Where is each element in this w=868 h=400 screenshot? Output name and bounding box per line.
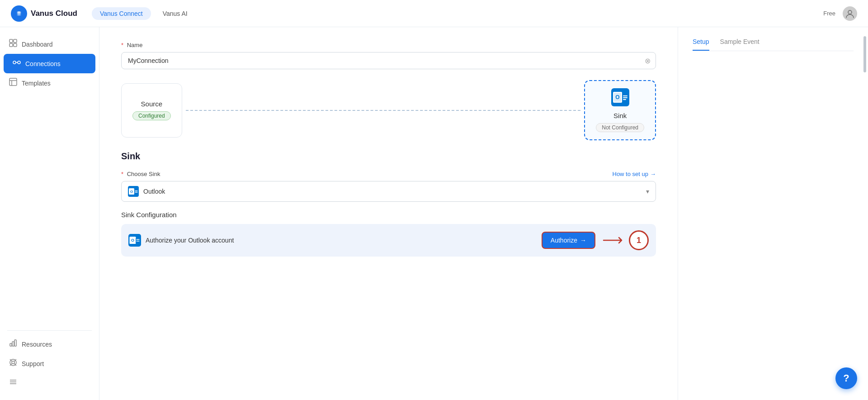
arrow-annotation: 1 <box>603 230 649 250</box>
authorize-btn-wrapper: Authorize → 1 <box>542 230 649 250</box>
svg-rect-13 <box>12 342 14 346</box>
sink-section: Sink * Choose Sink How to set up → <box>121 151 656 257</box>
svg-text:O: O <box>130 190 133 194</box>
sidebar-item-templates[interactable]: Templates <box>0 73 99 93</box>
logo-area: Vanus Cloud <box>11 5 77 22</box>
sink-config-section: Sink Configuration O Authorize <box>121 211 656 257</box>
svg-rect-5 <box>14 43 17 47</box>
tab-sample-event[interactable]: Sample Event <box>720 38 760 51</box>
how-to-link[interactable]: How to set up → <box>613 171 656 177</box>
dropdown-chevron-icon: ▾ <box>646 188 649 195</box>
scrollbar-thumb[interactable] <box>863 36 866 72</box>
sidebar-item-resources[interactable]: Resources <box>0 334 99 354</box>
flow-connector <box>186 110 581 111</box>
support-icon <box>9 358 17 369</box>
brand-name: Vanus Cloud <box>31 9 77 18</box>
source-status-badge: Configured <box>132 111 171 120</box>
sidebar-item-dashboard-label: Dashboard <box>22 41 53 48</box>
svg-point-16 <box>12 361 14 364</box>
clear-input-icon[interactable]: ⊗ <box>645 57 651 65</box>
nav-right: Free <box>823 6 857 21</box>
scrollbar-track <box>863 27 866 400</box>
sidebar: Dashboard Connections Templates <box>0 27 99 400</box>
source-title: Source <box>141 100 163 108</box>
svg-text:O: O <box>131 238 134 243</box>
main-panel: * Name ⊗ Source Configured <box>99 27 678 400</box>
right-panel: Setup Sample Event <box>678 27 868 400</box>
svg-rect-36 <box>135 190 138 191</box>
sidebar-item-resources-label: Resources <box>22 341 52 348</box>
svg-rect-3 <box>14 39 17 43</box>
outlook-icon-large: O <box>611 88 629 108</box>
sink-select-inner: O Outlook <box>128 186 165 197</box>
required-marker: * <box>121 42 123 48</box>
sink-section-title: Sink <box>121 151 656 162</box>
svg-rect-12 <box>10 343 12 346</box>
sink-status-badge: Not Configured <box>596 123 644 132</box>
svg-point-6 <box>13 61 16 64</box>
templates-icon <box>9 78 17 88</box>
svg-rect-2 <box>9 39 13 43</box>
svg-rect-14 <box>14 340 16 346</box>
sidebar-item-support-label: Support <box>22 360 44 367</box>
outlook-icon-small: O <box>128 186 139 197</box>
content-area: * Name ⊗ Source Configured <box>99 27 868 400</box>
choose-sink-required: * <box>121 171 123 177</box>
svg-rect-37 <box>135 192 138 193</box>
authorize-button[interactable]: Authorize → <box>542 232 595 249</box>
resources-icon <box>9 339 17 349</box>
name-field-label: * Name <box>121 42 656 48</box>
source-box[interactable]: Source Configured <box>121 83 182 138</box>
svg-rect-31 <box>623 99 626 100</box>
sidebar-item-support[interactable]: Support <box>0 354 99 373</box>
choose-sink-label: * Choose Sink <box>121 171 160 177</box>
svg-rect-9 <box>9 78 17 86</box>
sidebar-bottom: Resources Support <box>0 327 99 393</box>
user-avatar[interactable] <box>843 6 857 21</box>
authorize-row: O Authorize your Outlook account Authori… <box>121 224 656 257</box>
connections-icon <box>13 58 21 69</box>
name-field-section: * Name ⊗ <box>121 42 656 69</box>
menu-icon <box>9 378 17 388</box>
sidebar-item-menu[interactable] <box>0 373 99 393</box>
main-layout: Dashboard Connections Templates <box>0 27 868 400</box>
annotation-number: 1 <box>629 230 649 250</box>
nav-tab-ai[interactable]: Vanus AI <box>155 7 196 20</box>
svg-rect-29 <box>623 95 627 96</box>
tab-setup[interactable]: Setup <box>693 38 709 51</box>
sink-select-field[interactable]: O Outlook ▾ <box>121 181 656 202</box>
sidebar-divider <box>7 330 92 331</box>
nav-tab-connect[interactable]: Vanus Connect <box>92 7 151 20</box>
name-input-wrap: ⊗ <box>121 52 656 69</box>
outlook-authorize-icon: O <box>128 234 141 247</box>
sidebar-item-connections-label: Connections <box>25 60 61 67</box>
svg-point-7 <box>18 61 20 64</box>
sidebar-item-dashboard[interactable]: Dashboard <box>0 34 99 54</box>
sidebar-item-templates-label: Templates <box>22 80 51 87</box>
svg-point-1 <box>848 10 852 14</box>
svg-rect-43 <box>137 241 140 242</box>
sink-box[interactable]: O Sink Not Configured <box>584 80 656 140</box>
top-nav: Vanus Cloud Vanus Connect Vanus AI Free <box>0 0 868 27</box>
svg-text:O: O <box>615 94 619 100</box>
sink-title: Sink <box>613 112 627 119</box>
svg-rect-30 <box>623 97 627 98</box>
nav-tabs: Vanus Connect Vanus AI <box>92 7 196 20</box>
dashboard-icon <box>9 39 17 49</box>
arrow-right-icon: → <box>650 171 656 177</box>
annotation-arrow <box>603 235 625 246</box>
name-input[interactable] <box>121 52 656 69</box>
authorize-text: Authorize your Outlook account <box>146 237 234 244</box>
tab-row: Setup Sample Event <box>693 38 854 51</box>
authorize-row-left: O Authorize your Outlook account <box>128 234 234 247</box>
help-button[interactable]: ? <box>835 367 857 389</box>
logo-icon <box>11 5 27 22</box>
sink-dropdown[interactable]: O Outlook ▾ <box>121 181 656 202</box>
svg-rect-4 <box>9 43 13 47</box>
sink-config-title: Sink Configuration <box>121 211 656 219</box>
choose-sink-row: * Choose Sink How to set up → <box>121 171 656 177</box>
free-badge: Free <box>823 10 835 17</box>
authorize-arrow-icon: → <box>580 237 586 244</box>
sidebar-item-connections[interactable]: Connections <box>4 54 95 73</box>
flow-diagram: Source Configured O <box>121 80 656 140</box>
